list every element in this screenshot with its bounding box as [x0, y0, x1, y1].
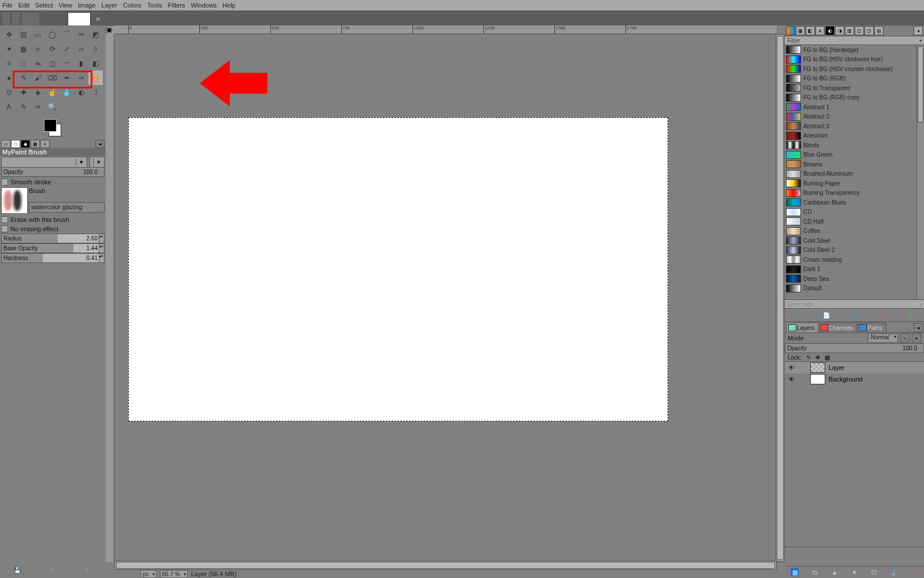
duplicate-layer-icon[interactable]: ⿻ — [870, 568, 878, 576]
align-tool[interactable]: ▤ — [16, 27, 31, 42]
vertical-ruler[interactable] — [106, 34, 114, 562]
horizontal-ruler[interactable]: 02505007501000125015001750 — [114, 25, 777, 34]
gradient-item[interactable]: Abstract 1 — [785, 102, 917, 112]
foreground-select-tool[interactable]: ◩ — [88, 27, 103, 42]
measure-tool[interactable]: ⟟ — [88, 85, 103, 99]
menu-layer[interactable]: Layer — [102, 2, 118, 9]
shear-tool[interactable]: ▱ — [74, 42, 88, 56]
base-opacity-spinner[interactable]: ▴▾ — [99, 244, 104, 253]
menu-file[interactable]: File — [2, 2, 13, 9]
raise-layer-icon[interactable]: ▲ — [830, 568, 839, 576]
opt-tab-4[interactable]: ▦ — [31, 140, 40, 148]
gradient-item[interactable]: FG to BG (HSV counter-clockwise) — [785, 64, 917, 74]
panel-tab-layers[interactable]: Layers — [786, 323, 818, 332]
restore-preset-icon[interactable]: ↶ — [49, 567, 57, 575]
heal-tool[interactable]: ✚ — [16, 85, 31, 99]
color-picker-tool[interactable]: ✑ — [31, 99, 45, 114]
new-group-icon[interactable]: 🗀 — [811, 568, 819, 576]
document-tab[interactable] — [68, 12, 91, 26]
toolbox-tab-handle-2[interactable] — [12, 13, 20, 25]
duplicate-gradient-icon[interactable]: ⿻ — [850, 311, 858, 319]
visibility-icon[interactable]: 👁 — [787, 364, 795, 372]
vertical-scrollbar[interactable] — [776, 34, 785, 562]
perspective-clone-tool[interactable]: ◈ — [31, 85, 45, 99]
menu-help[interactable]: Help — [222, 2, 236, 9]
layer-row[interactable]: 👁Layer — [785, 362, 924, 373]
airbrush-tool[interactable]: ✒ — [59, 71, 74, 85]
gradient-scrollbar[interactable] — [916, 45, 924, 299]
new-layer-icon[interactable]: ▧ — [791, 568, 799, 576]
n-point-tool[interactable]: ● — [2, 71, 16, 85]
by-color-select-tool[interactable]: ▦ — [16, 42, 31, 56]
canvas[interactable] — [128, 117, 668, 421]
lock-alpha-icon[interactable]: ▦ — [825, 354, 830, 361]
opt-tab-2[interactable]: □ — [11, 140, 20, 148]
menu-colors[interactable]: Colors — [123, 2, 141, 9]
new-gradient-icon[interactable]: 📄 — [822, 311, 830, 319]
radius-slider[interactable]: Radius2.60▴▾ — [1, 234, 105, 243]
dock-tab-5[interactable]: ◑ — [835, 26, 844, 35]
anchor-layer-icon[interactable]: ⚓ — [890, 568, 898, 576]
handle-transform-tool[interactable]: □ — [16, 56, 31, 71]
cage-tool[interactable]: ◫ — [45, 56, 59, 71]
rotate-tool[interactable]: ⟳ — [45, 42, 59, 56]
dock-tab-7[interactable]: ◫ — [855, 26, 864, 35]
gradient-tags-row[interactable]: Enter tags▾ — [785, 300, 924, 309]
opt-tab-3[interactable]: ◆ — [21, 140, 30, 148]
menu-view[interactable]: View — [58, 2, 72, 9]
delete-layer-icon[interactable]: ✕ — [910, 568, 918, 576]
brush-name-field[interactable]: watercolor glazing — [29, 202, 105, 213]
flip-tool[interactable]: ⇋ — [31, 56, 45, 71]
menu-tools[interactable]: Tools — [147, 2, 162, 9]
dock-tab-history[interactable]: ◐ — [825, 26, 834, 35]
hardness-slider[interactable]: Hardness0.41▴▾ — [1, 253, 105, 263]
panel-tab-paths[interactable]: Paths — [856, 323, 886, 332]
gradient-item[interactable]: Crown molding — [785, 255, 917, 265]
gradient-item[interactable]: FG to BG (Hardedge) — [785, 45, 917, 55]
fg-color-swatch[interactable] — [44, 119, 57, 132]
gradient-item[interactable]: Coffee — [785, 227, 917, 236]
paintbrush-tool[interactable]: 🖌 — [31, 71, 45, 85]
mode-option-2[interactable]: ▾ — [912, 334, 921, 343]
dock-tab-6[interactable]: ▥ — [845, 26, 854, 35]
gradient-item[interactable]: Burning Paper — [785, 179, 917, 188]
gradient-item[interactable]: FG to BG (RGB) copy — [785, 93, 917, 103]
warp-tool[interactable]: 〰 — [59, 56, 74, 71]
gradient-item[interactable]: Cold Steel 2 — [785, 246, 917, 255]
refresh-gradient-icon[interactable]: ⟳ — [906, 311, 914, 319]
dock-tab-brushes[interactable] — [786, 26, 795, 35]
dock-tab-fonts[interactable]: A — [815, 26, 825, 35]
smooth-stroke-checkbox[interactable] — [1, 179, 8, 186]
panel-tab-channels[interactable]: Channels — [818, 323, 857, 332]
gradient-item[interactable]: Abstract 3 — [785, 121, 917, 131]
ellipse-select-tool[interactable]: ◯ — [45, 27, 59, 42]
scissors-tool[interactable]: ✂ — [74, 27, 88, 42]
gradient-item[interactable]: Caribbean Blues — [785, 198, 917, 208]
opt-tab-5[interactable]: ≡ — [40, 140, 50, 148]
perspective-tool[interactable]: ◊ — [88, 42, 103, 56]
bucket-fill-tool[interactable]: ▮ — [74, 56, 88, 71]
mode-option-1[interactable]: ≈ — [900, 334, 910, 343]
toolbox-tab-handle-3[interactable] — [22, 13, 39, 25]
fuzzy-select-tool[interactable]: ✦ — [2, 42, 16, 56]
fg-bg-color-widget[interactable] — [44, 119, 61, 136]
delete-gradient-icon[interactable]: ✕ — [878, 311, 886, 319]
menu-windows[interactable]: Windows — [191, 2, 217, 9]
unified-transform-tool[interactable]: ✧ — [2, 56, 16, 71]
save-preset-icon[interactable]: 💾 — [14, 567, 22, 575]
gradient-item[interactable]: FG to Transparent — [785, 83, 917, 93]
paths-tool[interactable]: ✎ — [16, 99, 31, 114]
erase-with-brush-checkbox[interactable] — [1, 216, 8, 223]
gradient-item[interactable]: Blinds — [785, 140, 917, 150]
dock-tab-9[interactable]: ▤ — [874, 26, 884, 35]
ink-tool[interactable]: ✑ — [74, 71, 88, 85]
preset-combo[interactable]: ▾ — [1, 157, 87, 168]
link-slot[interactable] — [799, 375, 807, 383]
hardness-spinner[interactable]: ▴▾ — [99, 254, 104, 262]
lock-pixels-icon[interactable]: ✎ — [806, 354, 811, 361]
menu-select[interactable]: Select — [35, 2, 53, 9]
gradient-item[interactable]: FG to BG (RGB) — [785, 74, 917, 84]
gradient-item[interactable]: CD Half — [785, 217, 917, 227]
layers-panel-menu-icon[interactable]: ◂ — [914, 323, 923, 332]
dock-tab-patterns[interactable]: ▦ — [796, 26, 805, 35]
